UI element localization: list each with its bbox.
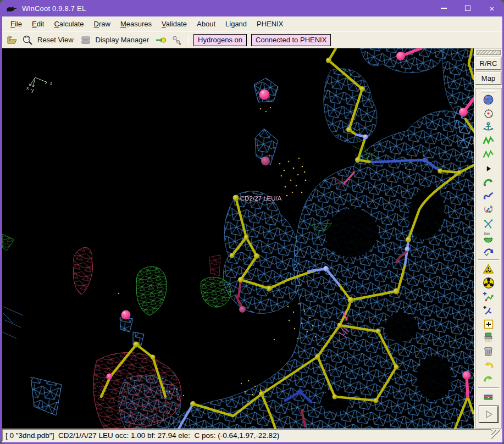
residue-label: CD2/27 LEU/A: [240, 195, 282, 202]
molecular-scene: z x y CD2/27 LEU/A: [2, 48, 474, 429]
model-toolbar: Side: [475, 88, 502, 429]
undo-icon[interactable]: [481, 358, 496, 372]
toolbar-separator: [478, 259, 499, 260]
hydrogens-toggle-button[interactable]: Hydrogens on: [193, 34, 247, 46]
reset-view-label[interactable]: Reset View: [37, 36, 74, 44]
view-sphere-icon[interactable]: [481, 93, 496, 107]
menu-item-edit[interactable]: Edit: [27, 18, 49, 30]
menu-item-draw[interactable]: Draw: [89, 18, 115, 30]
status-text: [ 0 "3dnd.pdb"] CD2/1/A/27 LEU occ: 1.00…: [2, 429, 491, 441]
expand-tools-icon[interactable]: [481, 162, 496, 175]
place-atom-icon[interactable]: [481, 317, 496, 331]
menu-item-calculate[interactable]: Calculate: [49, 18, 88, 30]
display-manager-icon[interactable]: [79, 34, 92, 47]
display-manager-label[interactable]: Display Manager: [96, 36, 149, 44]
play-icon: [483, 409, 494, 420]
redo-icon[interactable]: [481, 372, 496, 386]
reset-view-zoom-icon[interactable]: [21, 34, 34, 47]
flip-peptide-icon[interactable]: [481, 244, 496, 258]
toolbar-separator: [478, 387, 499, 389]
edit-chi-angles-icon[interactable]: [481, 217, 496, 230]
add-terminal-residue-icon[interactable]: [481, 290, 496, 303]
phenix-connection-button[interactable]: Connected to PHENIX: [251, 34, 331, 46]
title-bar: WinCoot 0.9.8.7 EL ×: [0, 0, 504, 16]
menu-item-validate[interactable]: Validate: [157, 18, 192, 30]
maximize-button[interactable]: [456, 0, 480, 16]
map-button[interactable]: Map: [475, 72, 501, 85]
main-toolbar: Reset View Display Manager: [2, 31, 502, 48]
anchor-icon[interactable]: [481, 120, 496, 134]
toolbar-grip[interactable]: [482, 90, 495, 92]
window-title: WinCoot 0.9.8.7 EL: [22, 4, 86, 13]
add-alt-conf-icon[interactable]: [481, 303, 496, 317]
menu-item-file[interactable]: File: [5, 18, 27, 30]
mutate-autofit-icon[interactable]: [481, 262, 496, 276]
real-space-refine-zone-icon[interactable]: [481, 134, 496, 148]
close-button[interactable]: ×: [480, 0, 504, 16]
axis-y-label: y: [31, 87, 34, 93]
go-to-atom-icon[interactable]: [154, 34, 168, 47]
menu-item-ligand[interactable]: Ligand: [220, 18, 252, 30]
menu-item-phenix[interactable]: PHENIX: [252, 18, 288, 30]
open-folder-icon[interactable]: [5, 34, 19, 47]
run-button[interactable]: [479, 406, 498, 423]
regularize-zone-icon[interactable]: [481, 148, 496, 162]
menu-item-about[interactable]: About: [192, 18, 220, 30]
menu-bar: FileEditCalculateDrawMeasuresValidateAbo…: [2, 16, 502, 31]
simple-mutate-icon[interactable]: [481, 276, 496, 290]
menu-item-measures[interactable]: Measures: [115, 18, 157, 30]
paintbrush-icon[interactable]: [481, 331, 496, 345]
coot-bird-icon: [5, 4, 18, 13]
flag-icon[interactable]: [481, 390, 496, 404]
rot-trans-zone-icon[interactable]: [481, 189, 496, 203]
right-panel: R/RC Map: [474, 48, 502, 429]
side-chain-180-icon[interactable]: Side: [481, 230, 496, 244]
status-bar: [ 0 "3dnd.pdb"] CD2/1/A/27 LEU occ: 1.00…: [2, 429, 502, 442]
axis-z-label: z: [50, 80, 53, 86]
svg-text:Side: Side: [484, 232, 490, 235]
toolbar-separator: [188, 35, 189, 46]
rrc-button[interactable]: R/RC: [475, 57, 501, 70]
recentre-target-icon[interactable]: [481, 107, 496, 120]
rotamers-icon[interactable]: [481, 203, 496, 217]
molecule-picker-icon[interactable]: [170, 34, 183, 47]
resize-grip[interactable]: [491, 430, 502, 442]
panel-grip[interactable]: [477, 50, 501, 55]
axis-x-label: x: [26, 85, 29, 91]
wincoot-window: WinCoot 0.9.8.7 EL × FileEditCalculateDr…: [0, 0, 504, 444]
graphics-canvas[interactable]: z x y CD2/27 LEU/A: [2, 48, 474, 429]
minimize-button[interactable]: [431, 0, 456, 16]
delete-item-icon[interactable]: [481, 345, 496, 358]
auto-fit-rotamer-icon[interactable]: [481, 175, 496, 189]
